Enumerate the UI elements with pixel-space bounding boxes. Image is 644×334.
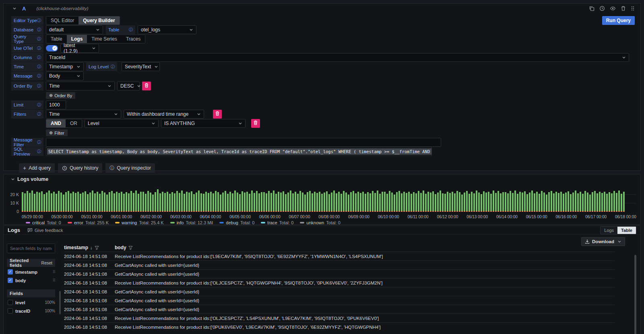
search-fields-input[interactable] [7,244,55,253]
body-column-header[interactable]: body [115,245,133,250]
add-order-by-button[interactable]: ⊕Order By [46,92,75,99]
drag-handle-icon[interactable] [631,6,635,11]
table-row[interactable]: 2024-06-18 14:51:08Receive ListRecommend… [64,322,615,331]
volume-bar [408,192,410,212]
x-tick-label: 06/13 00:00 [466,215,488,219]
timestamp-column-header[interactable]: timestamp ↓ [64,245,115,250]
legend-item-warning[interactable]: warningTotal: 25.4 K [115,220,164,225]
info-icon[interactable]: ⓘ [37,27,41,33]
filter2-field-select[interactable]: Level [85,119,159,128]
table-row[interactable]: 2024-06-18 14:51:08GetCartAsync called w… [64,287,615,296]
trash-icon[interactable] [621,6,626,11]
query-type-traces[interactable]: Traces [122,35,145,43]
message-column-select[interactable]: Body [46,72,84,80]
drag-handle-icon[interactable]: ⠿ [53,278,55,283]
database-select[interactable]: default [46,25,103,34]
info-icon[interactable]: ⓘ [37,111,41,117]
order-by-direction-select[interactable]: DESC [117,82,140,90]
query-history-button[interactable]: Query history [58,163,102,173]
query-inspector-button[interactable]: ⓘQuery inspector [105,163,155,173]
volume-bar [56,194,57,212]
otel-version-select[interactable]: latest (1.2.9) [60,44,99,53]
info-icon[interactable]: ⓘ [37,45,41,51]
info-icon[interactable]: ⓘ [37,102,41,108]
checkbox-checked[interactable]: ✓ [8,278,13,283]
table-row[interactable]: 2024-06-18 14:51:08GetCartAsync called w… [64,260,615,269]
table-row[interactable]: 2024-06-18 14:51:08Receive ListRecommend… [64,314,615,322]
chevron-down-icon [617,240,621,243]
filter2-operator-select[interactable]: IS ANYTHING [161,119,246,128]
duplicate-icon[interactable] [589,6,594,11]
drag-handle-icon[interactable]: ⠿ [53,270,55,274]
table-row[interactable]: 2024-06-18 14:51:08Receive ListRecommend… [64,278,615,287]
remove-filter2-button[interactable] [251,119,260,128]
order-by-column-select[interactable]: Time [46,82,115,90]
info-icon[interactable]: ⓘ [37,55,41,60]
columns-multiselect[interactable]: TraceId [46,53,629,62]
checkbox-unchecked[interactable] [8,300,13,305]
reset-fields-button[interactable]: Reset [41,260,52,265]
filter-funnel-icon[interactable] [128,246,133,250]
sort-desc-icon[interactable]: ↓ [90,245,93,250]
limit-input[interactable]: 1000 [46,100,66,109]
checkbox-checked[interactable]: ✓ [8,269,13,275]
table-row[interactable]: 2024-06-18 14:51:08GetCartAsync called w… [64,269,615,278]
table-scrollbar[interactable] [634,255,636,334]
add-query-button[interactable]: +Add query [19,163,55,173]
legend-item-debug[interactable]: debugTotal: 0 [219,220,254,225]
filter-bool-and[interactable]: AND [46,119,66,127]
info-icon[interactable]: ⓘ [37,36,41,42]
log-level-select[interactable]: SeverityText [122,62,160,71]
editor-type-sql-editor[interactable]: SQL Editor [46,16,78,25]
filter-funnel-icon[interactable] [95,246,99,250]
chart-plot-area[interactable] [22,185,636,212]
volume-bar [604,192,605,212]
table-row[interactable]: 2024-06-18 14:51:08Receive ListRecommend… [64,252,615,260]
filter-bool-or[interactable]: OR [66,119,82,127]
info-icon[interactable]: ⓘ [37,149,41,154]
plus-circle-icon: ⊕ [49,93,53,98]
query-type-table[interactable]: Table [46,35,67,43]
sidebar-scrollbar[interactable] [59,291,61,314]
chevron-down-icon [154,65,158,68]
info-icon[interactable]: ⓘ [37,73,41,79]
volume-bar [140,192,142,212]
message-filter-input[interactable] [46,138,441,147]
view-toggle-table[interactable]: Table [617,227,636,234]
collapse-chevron-icon[interactable] [11,178,15,181]
history-icon[interactable] [599,6,605,11]
query-type-time-series[interactable]: Time Series [87,35,122,43]
run-query-button[interactable]: Run Query [602,16,635,25]
editor-type-query-builder[interactable]: Query Builder [78,16,119,25]
table-row[interactable]: 2024-06-18 14:51:08GetCartAsync called w… [64,296,615,305]
remove-order-by-button[interactable] [142,82,151,90]
legend-item-error[interactable]: errorTotal: 255 K [68,220,109,225]
table-row[interactable]: 2024-06-18 14:51:08GetCartAsync called w… [64,305,615,314]
info-icon[interactable]: ⓘ [37,139,41,145]
table-select[interactable]: otel_logs [138,25,196,34]
view-toggle-logs[interactable]: Logs [601,227,617,234]
collapse-chevron-icon[interactable] [12,7,17,10]
time-column-select[interactable]: Timestamp [46,62,84,71]
logs-table: timestamp ↓ body 2024-06-18 14:51:08Rece… [64,244,637,334]
remove-filter-button[interactable] [213,110,222,119]
legend-item-info[interactable]: infoTotal: 12.3 Mil [170,220,213,225]
info-icon[interactable]: ⓘ [129,27,133,33]
legend-item-critical[interactable]: criticalTotal: 0 [26,220,61,225]
info-icon[interactable]: ⓘ [37,18,41,23]
legend-item-trace[interactable]: traceTotal: 0 [261,220,293,225]
legend-item-unknown[interactable]: unknownTotal: 0 [300,220,341,225]
filter-operator-select[interactable]: Within dashboard time range [124,110,204,119]
query-type-logs[interactable]: Logs [67,35,87,43]
info-icon[interactable]: ⓘ [37,64,41,70]
filter-field-select[interactable]: Time [46,110,121,119]
volume-bar [114,193,115,212]
use-otel-toggle[interactable]: ✓ [46,45,58,51]
give-feedback-link[interactable]: Give feedback [27,228,63,233]
add-filter-button[interactable]: ⊕Filter [46,129,68,136]
eye-icon[interactable] [610,6,616,11]
info-icon[interactable]: ⓘ [37,83,41,89]
info-icon[interactable]: ⓘ [111,64,115,70]
checkbox-unchecked[interactable] [8,308,13,314]
volume-bar [444,194,446,212]
